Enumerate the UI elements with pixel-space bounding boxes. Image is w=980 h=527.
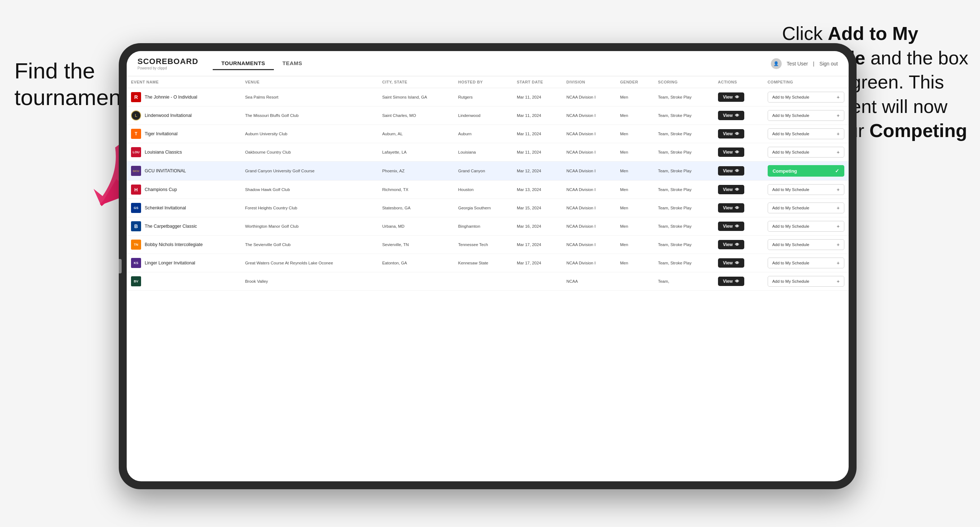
col-actions: ACTIONS [714,76,763,88]
plus-icon: + [837,278,840,284]
add-to-schedule-button[interactable]: Add to My Schedule + [768,221,844,232]
event-name-text: The Johnnie - O Individual [145,95,197,100]
tablet-side-button [119,259,122,273]
division-cell: NCAA Division I [562,88,616,106]
event-name-cell: T Tiger Invitational [127,125,241,143]
competing-cell: Add to My Schedule + [763,143,849,162]
eye-icon: 👁 [735,168,739,173]
table-row: H Champions Cup Shadow Hawk Golf ClubRic… [127,181,849,199]
actions-cell: View 👁 [714,181,763,199]
event-name-text: Lindenwood Invitational [145,113,192,118]
add-to-schedule-button[interactable]: Add to My Schedule + [768,276,844,287]
city-state-cell: Saint Charles, MO [378,106,454,125]
view-button[interactable]: View 👁 [718,185,744,194]
plus-icon: + [837,131,840,137]
venue-cell: Worthington Manor Golf Club [241,217,378,236]
start-date-cell: Mar 13, 2024 [512,181,562,199]
add-to-schedule-button[interactable]: Add to My Schedule + [768,239,844,250]
city-state-cell: Richmond, TX [378,181,454,199]
venue-cell: Forest Heights Country Club [241,199,378,217]
table-row: GS Schenkel Invitational Forest Heights … [127,199,849,217]
view-button[interactable]: View 👁 [718,203,744,213]
venue-cell: Oakbourne Country Club [241,143,378,162]
plus-icon: + [837,205,840,211]
city-state-cell: Phoenix, AZ [378,162,454,181]
add-to-schedule-button[interactable]: Add to My Schedule + [768,184,844,195]
add-to-schedule-button[interactable]: Add to My Schedule + [768,129,844,139]
view-button[interactable]: View 👁 [718,111,744,120]
add-to-schedule-label: Add to My Schedule [772,113,810,117]
venue-cell: Brook Valley [241,272,378,290]
competing-cell: Add to My Schedule + [763,199,849,217]
view-button[interactable]: View 👁 [718,129,744,138]
col-scoring: SCORING [654,76,714,88]
add-to-schedule-label: Add to My Schedule [772,95,810,99]
hosted-by-cell: Binghamton [454,217,512,236]
hosted-by-cell: Grand Canyon [454,162,512,181]
add-to-schedule-button[interactable]: Add to My Schedule + [768,203,844,213]
eye-icon: 👁 [735,242,739,247]
add-to-schedule-button[interactable]: Add to My Schedule + [768,92,844,103]
nav-right: 👤 Test User | Sign out [771,58,838,69]
view-label: View [723,131,733,137]
start-date-cell: Mar 12, 2024 [512,162,562,181]
plus-icon: + [837,260,840,266]
sign-out-link[interactable]: Sign out [819,61,838,67]
view-button[interactable]: View 👁 [718,92,744,102]
table-row: KS Linger Longer Invitational Great Wate… [127,254,849,272]
event-name-text: Linger Longer Invitational [145,260,195,265]
gender-cell: Men [616,254,654,272]
view-label: View [723,260,733,265]
view-label: View [723,95,733,100]
table-row: L Lindenwood Invitational The Missouri B… [127,106,849,125]
scoring-cell: Team, Stroke Play [654,254,714,272]
navbar: SCOREBOARD Powered by clippd TOURNAMENTS… [127,51,849,76]
col-event-name: EVENT NAME [127,76,241,88]
view-button[interactable]: View 👁 [718,148,744,157]
start-date-cell: Mar 11, 2024 [512,143,562,162]
view-button[interactable]: View 👁 [718,277,744,286]
tab-tournaments[interactable]: TOURNAMENTS [213,57,274,70]
view-button[interactable]: View 👁 [718,222,744,231]
col-gender: GENDER [616,76,654,88]
plus-icon: + [837,187,840,192]
division-cell: NCAA [562,272,616,290]
col-competing: COMPETING [763,76,849,88]
start-date-cell: Mar 15, 2024 [512,199,562,217]
event-name-cell: TN Bobby Nichols Intercollegiate [127,236,241,254]
view-label: View [723,279,733,284]
scoring-cell: Team, Stroke Play [654,162,714,181]
eye-icon: 👁 [735,150,739,155]
tab-teams[interactable]: TEAMS [274,57,311,70]
table-row: LOU Louisiana Classics Oakbourne Country… [127,143,849,162]
table-row: R The Johnnie - O Individual Sea Palms R… [127,88,849,106]
competing-button[interactable]: Competing ✓ [768,165,844,177]
view-label: View [723,205,733,210]
division-cell: NCAA Division I [562,236,616,254]
view-label: View [723,224,733,229]
add-to-schedule-label: Add to My Schedule [772,206,810,210]
actions-cell: View 👁 [714,88,763,106]
add-to-schedule-button[interactable]: Add to My Schedule + [768,110,844,121]
view-button[interactable]: View 👁 [718,258,744,268]
gender-cell: Men [616,181,654,199]
gender-cell: Men [616,236,654,254]
view-button[interactable]: View 👁 [718,240,744,249]
view-button[interactable]: View 👁 [718,166,744,176]
add-to-schedule-button[interactable]: Add to My Schedule + [768,257,844,268]
scoring-cell: Team, Stroke Play [654,125,714,143]
add-to-schedule-button[interactable]: Add to My Schedule + [768,147,844,157]
col-hosted-by: HOSTED BY [454,76,512,88]
event-name-cell: GS Schenkel Invitational [127,199,241,217]
user-avatar: 👤 [771,58,782,69]
view-label: View [723,150,733,155]
venue-cell: Sea Palms Resort [241,88,378,106]
col-division: DIVISION [562,76,616,88]
tablet-screen: SCOREBOARD Powered by clippd TOURNAMENTS… [127,51,849,481]
eye-icon: 👁 [735,131,739,137]
event-name-cell: L Lindenwood Invitational [127,106,241,125]
view-label: View [723,187,733,192]
eye-icon: 👁 [735,187,739,192]
gender-cell: Men [616,199,654,217]
eye-icon: 👁 [735,224,739,229]
